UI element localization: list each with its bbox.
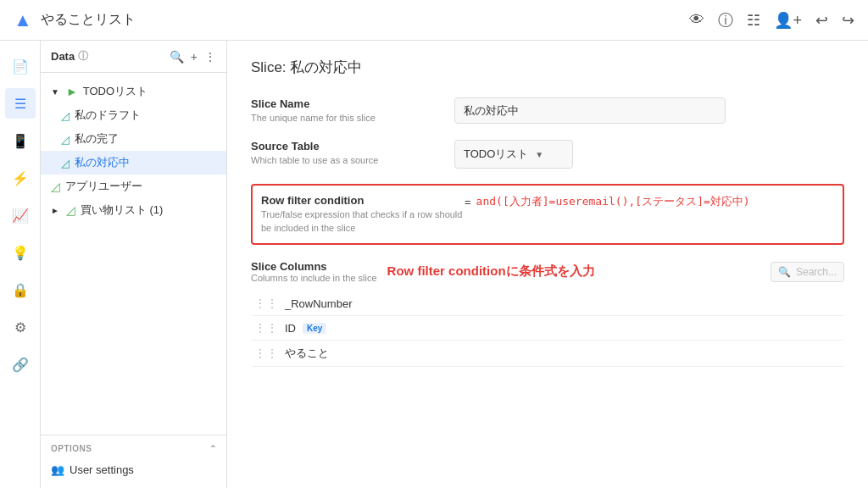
columns-search-icon: 🔍 xyxy=(778,266,791,278)
slice-name-sublabel: The unique name for this slice xyxy=(251,112,454,125)
tree-label-draft: 私のドラフト xyxy=(75,108,141,123)
tree-item-todo-list[interactable]: ▼ ► TODOリスト xyxy=(41,80,226,103)
data-panel-title: Data ⓘ xyxy=(51,49,88,64)
slice-icon-response: ◿ xyxy=(61,157,70,169)
sidebar-item-settings[interactable]: ⚙ xyxy=(5,312,36,342)
tree-label-todo: TODOリスト xyxy=(83,84,147,99)
source-table-label: Source Table xyxy=(251,140,454,152)
slice-icon-done: ◿ xyxy=(61,133,70,146)
source-table-value: TODOリスト xyxy=(464,147,528,162)
tree-item-app-user[interactable]: ◿ アプリユーザー xyxy=(41,175,226,198)
sidebar-item-action[interactable]: ⚡ xyxy=(5,163,36,193)
options-label: OPTIONS xyxy=(51,444,92,453)
source-table-control: TODOリスト ▼ xyxy=(454,140,844,169)
options-collapse-icon[interactable]: ⌃ xyxy=(209,444,217,453)
help-icon[interactable]: ⓘ xyxy=(718,10,733,30)
data-panel-header: Data ⓘ 🔍 + ⋮ xyxy=(41,41,226,73)
columns-title-block: Slice Columns Columns to include in the … xyxy=(251,260,595,283)
column-list: ⋮⋮ _RowNumber ⋮⋮ ID Key ⋮⋮ やること xyxy=(251,291,844,367)
source-table-select[interactable]: TODOリスト ▼ xyxy=(454,140,573,169)
column-item-rownumber: ⋮⋮ _RowNumber xyxy=(251,291,844,316)
sidebar-item-integrations[interactable]: 🔗 xyxy=(5,349,36,380)
grid-icon[interactable]: ☷ xyxy=(747,11,760,30)
sidebar-icons: 📄 ☰ 📱 ⚡ 📈 💡 🔒 ⚙ 🔗 xyxy=(0,41,41,488)
columns-search-box[interactable]: 🔍 Search... xyxy=(771,262,844,282)
columns-label-group: Slice Columns Columns to include in the … xyxy=(251,260,377,283)
search-action-icon[interactable]: 🔍 xyxy=(170,50,184,64)
data-panel-actions: 🔍 + ⋮ xyxy=(170,50,216,64)
slice-name-input[interactable] xyxy=(454,97,726,124)
sidebar-item-table[interactable]: ☰ xyxy=(5,88,36,119)
tree-item-my-done[interactable]: ◿ 私の完了 xyxy=(41,127,226,151)
columns-sublabel: Columns to include in the slice xyxy=(251,273,377,283)
columns-header: Slice Columns Columns to include in the … xyxy=(251,260,844,283)
annotation-text: Row filter conditionに条件式を入力 xyxy=(387,263,595,280)
tree-label-response: 私の対応中 xyxy=(75,155,130,170)
source-table-row: Source Table Which table to use as a sou… xyxy=(251,140,844,169)
header-left: ▲ やることリスト xyxy=(14,9,136,31)
sidebar-item-data[interactable]: 📄 xyxy=(5,51,36,81)
drag-icon-rownumber: ⋮⋮ xyxy=(254,297,278,310)
data-label: Data xyxy=(51,50,75,63)
header-right: 👁 ⓘ ☷ 👤+ ↩ ↪ xyxy=(689,10,854,30)
tree-arrow-todo: ▼ xyxy=(51,87,59,97)
col-name-rownumber: _RowNumber xyxy=(285,297,352,310)
table-icon-todo: ► xyxy=(66,85,78,98)
row-filter-sublabel: True/false expression that checks if a r… xyxy=(261,208,465,235)
col-name-id: ID xyxy=(285,322,296,335)
slice-name-label-block: Slice Name The unique name for this slic… xyxy=(251,97,454,125)
tree-label-done: 私の完了 xyxy=(75,131,119,147)
data-info-icon: ⓘ xyxy=(78,49,88,64)
redo-icon[interactable]: ↪ xyxy=(842,11,854,30)
drag-icon-id: ⋮⋮ xyxy=(254,321,278,335)
sidebar-item-security[interactable]: 🔒 xyxy=(5,274,36,305)
sidebar-item-bulb[interactable]: 💡 xyxy=(5,237,36,268)
main-layout: 📄 ☰ 📱 ⚡ 📈 💡 🔒 ⚙ 🔗 Data ⓘ 🔍 + ⋮ ▼ ► xyxy=(0,41,868,488)
sidebar-item-mobile[interactable]: 📱 xyxy=(5,125,36,156)
source-table-label-block: Source Table Which table to use as a sou… xyxy=(251,140,454,167)
filter-expression-value: and([入力者]=useremail(),[ステータス]=対応中) xyxy=(476,194,750,209)
col-badge-id: Key xyxy=(303,323,326,334)
columns-label: Slice Columns xyxy=(251,260,377,273)
user-settings-label: User settings xyxy=(70,463,134,476)
col-name-yarukoto: やること xyxy=(285,346,329,361)
column-item-id: ⋮⋮ ID Key xyxy=(251,316,844,341)
column-item-yarukoto: ⋮⋮ やること xyxy=(251,341,844,367)
logo-icon: ▲ xyxy=(14,9,32,31)
slice-name-row: Slice Name The unique name for this slic… xyxy=(251,97,844,125)
drag-icon-yarukoto: ⋮⋮ xyxy=(254,347,278,360)
table-icon-shopping: ◿ xyxy=(66,203,75,217)
columns-search-placeholder: Search... xyxy=(796,266,837,278)
slice-name-label: Slice Name xyxy=(251,97,454,110)
slice-header: Slice: 私の対応中 xyxy=(251,58,844,77)
add-action-icon[interactable]: + xyxy=(191,50,198,64)
filter-equals-sign: = xyxy=(465,196,471,208)
row-filter-expression[interactable]: = and([入力者]=useremail(),[ステータス]=対応中) xyxy=(465,194,834,209)
row-filter-row: Row filter condition True/false expressi… xyxy=(251,184,844,245)
data-panel: Data ⓘ 🔍 + ⋮ ▼ ► TODOリスト ◿ 私のドラフト xyxy=(41,41,227,488)
source-table-sublabel: Which table to use as a source xyxy=(251,154,454,167)
options-header: OPTIONS ⌃ xyxy=(51,444,216,453)
undo-icon[interactable]: ↩ xyxy=(815,11,828,30)
person-add-icon[interactable]: 👤+ xyxy=(774,11,802,30)
user-settings-item[interactable]: 👥 User settings xyxy=(51,460,216,480)
tree-item-my-response[interactable]: ◿ 私の対応中 xyxy=(41,151,226,175)
app-title: やることリスト xyxy=(41,11,136,29)
tree-item-my-draft[interactable]: ◿ 私のドラフト xyxy=(41,103,226,127)
tree-item-shopping[interactable]: ► ◿ 買い物リスト (1) xyxy=(41,198,226,222)
row-filter-label-block: Row filter condition True/false expressi… xyxy=(261,194,465,235)
tree-label-shopping: 買い物リスト (1) xyxy=(81,202,164,218)
select-arrow-icon: ▼ xyxy=(535,150,543,159)
tree-arrow-shopping: ► xyxy=(51,206,59,215)
slice-icon-draft: ◿ xyxy=(61,109,70,122)
content-area: Slice: 私の対応中 Slice Name The unique name … xyxy=(227,41,868,488)
person-icon: 👥 xyxy=(51,463,64,476)
options-section: OPTIONS ⌃ 👥 User settings xyxy=(41,435,226,488)
eye-icon[interactable]: 👁 xyxy=(689,11,704,29)
header: ▲ やることリスト 👁 ⓘ ☷ 👤+ ↩ ↪ xyxy=(0,0,868,41)
row-filter-label: Row filter condition xyxy=(261,194,465,207)
sidebar-item-chart[interactable]: 📈 xyxy=(5,200,36,230)
more-action-icon[interactable]: ⋮ xyxy=(204,50,216,64)
tree-label-appuser: アプリユーザー xyxy=(65,179,142,194)
slice-name-control xyxy=(454,97,844,124)
